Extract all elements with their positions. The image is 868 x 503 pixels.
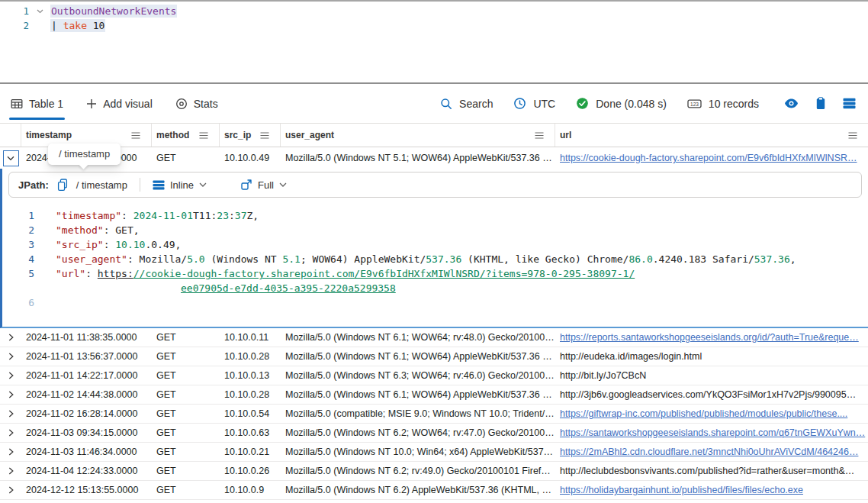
cell-method[interactable]: GET <box>152 351 220 362</box>
table-row[interactable]: 2024-11-02 14:44:38.0000GET10.10.0.28Moz… <box>0 385 868 405</box>
url-link[interactable]: https://holidaybargainhunt.io/published/… <box>560 485 803 495</box>
row-expand-icon[interactable] <box>0 467 21 475</box>
column-menu-icon[interactable] <box>535 132 544 139</box>
column-menu-icon[interactable] <box>260 132 269 139</box>
cell-url[interactable]: https://cookie-dough-factory.sharepoint.… <box>555 153 868 163</box>
row-expand-icon[interactable] <box>0 410 21 418</box>
panel-layout-icon[interactable] <box>843 98 856 109</box>
cell-src_ip[interactable]: 10.10.0.28 <box>220 351 281 362</box>
cell-timestamp[interactable]: 2024-11-01 14:22:17.0000 <box>21 370 152 381</box>
json-url-link[interactable]: ee07905d-e7dd-4035-a395-2220a5299358 <box>181 282 396 294</box>
cell-timestamp[interactable]: 2024-11-01 11:38:35.0000 <box>21 332 152 343</box>
cell-method[interactable]: GET <box>152 153 220 163</box>
cell-user_agent[interactable]: Mozilla/5.0 (Windows NT 6.1; WOW64; rv:4… <box>281 332 555 343</box>
cell-src_ip[interactable]: 10.10.0.54 <box>220 408 281 419</box>
tab-add-visual[interactable]: Add visual <box>86 84 153 123</box>
inline-dropdown[interactable]: Inline <box>153 179 207 191</box>
column-menu-icon[interactable] <box>199 132 208 139</box>
cell-timestamp[interactable]: 2024-11-02 14:44:38.0000 <box>21 389 152 400</box>
row-expand-icon[interactable] <box>0 334 21 341</box>
row-expand-icon[interactable] <box>0 372 21 379</box>
fold-chevron-icon[interactable] <box>29 9 50 14</box>
cell-url[interactable]: http://3jb6v.googleadservices.com/YkQO3F… <box>555 389 868 400</box>
column-header-method[interactable]: method <box>152 124 220 147</box>
cell-method[interactable]: GET <box>152 427 220 438</box>
row-expand-icon[interactable] <box>0 448 21 456</box>
eye-icon[interactable] <box>784 98 799 108</box>
cell-src_ip[interactable]: 10.10.0.26 <box>220 466 281 476</box>
table-row[interactable]: 2024-11-03 09:34:15.0000GET10.10.0.63Moz… <box>0 424 868 443</box>
column-menu-icon[interactable] <box>848 132 857 139</box>
cell-timestamp[interactable]: 2024-11-04 12:24:33.0000 <box>21 466 152 476</box>
cell-user_agent[interactable]: Mozilla/5.0 (Windows NT 6.2) AppleWebKit… <box>281 485 555 495</box>
cell-url[interactable]: https://reports.santaworkshopgeeseisland… <box>555 332 868 343</box>
cell-method[interactable]: GET <box>152 466 220 476</box>
cell-user_agent[interactable]: Mozilla/5.0 (Windows NT 6.3; WOW64; rv:4… <box>281 370 555 381</box>
cell-user_agent[interactable]: Mozilla/5.0 (Windows NT 6.2; WOW64; rv:4… <box>281 427 555 438</box>
cell-url[interactable]: http://bit.ly/Jo7CBcN <box>555 370 868 381</box>
row-expand-icon[interactable] <box>0 486 21 494</box>
table-row[interactable]: 2024-11-02 16:28:14.0000GET10.10.0.54Moz… <box>0 405 868 424</box>
table-row[interactable]: 2024-11-03 11:46:34.0000GET10.10.0.21Moz… <box>0 443 868 462</box>
table-row[interactable]: 2024-11-01 14:22:17.0000GET10.10.0.13Moz… <box>0 366 868 385</box>
editor-code-text[interactable]: | take 10 <box>50 20 105 31</box>
row-expand-icon[interactable] <box>0 429 21 437</box>
cell-timestamp[interactable]: 2024-11-01 13:56:37.0000 <box>21 351 152 362</box>
row-expand-icon[interactable] <box>0 353 21 360</box>
copy-icon[interactable] <box>56 179 69 192</box>
cell-timestamp[interactable]: 2024-12-12 15:13:55.0000 <box>21 485 152 495</box>
cell-url[interactable]: https://giftwrap-inc.com/published/publi… <box>555 408 868 419</box>
cell-src_ip[interactable]: 10.10.0.9 <box>220 485 281 495</box>
row-expand-icon[interactable] <box>0 391 21 398</box>
json-viewer[interactable]: 1"timestamp": 2024-11-01T11:23:37Z,2"met… <box>4 198 862 310</box>
cell-src_ip[interactable]: 10.10.0.21 <box>220 447 281 457</box>
cell-method[interactable]: GET <box>152 447 220 457</box>
query-editor[interactable]: 1OutboundNetworkEvents2| take 10 <box>0 2 868 82</box>
cell-url[interactable]: http://eudeka.id/images/login.html <box>555 351 868 362</box>
cell-method[interactable]: GET <box>152 485 220 495</box>
tab-stats[interactable]: Stats <box>175 84 218 123</box>
cell-method[interactable]: GET <box>152 332 220 343</box>
cell-user_agent[interactable]: Mozilla/5.0 (compatible; MSIE 9.0; Windo… <box>281 408 555 419</box>
cell-method[interactable]: GET <box>152 408 220 419</box>
column-header-url[interactable]: url <box>555 124 868 147</box>
table-row[interactable]: 2024-11-01 13:56:37.0000GET10.10.0.28Moz… <box>0 347 868 366</box>
url-link[interactable]: https://reports.santaworkshopgeeseisland… <box>560 332 859 343</box>
cell-user_agent[interactable]: Mozilla/5.0 (Windows NT 6.1; WOW64) Appl… <box>281 351 555 362</box>
table-row[interactable]: 2024-11-01 11:23:37.0000GET10.10.0.49Moz… <box>0 147 868 169</box>
url-link[interactable]: https://cookie-dough-factory.sharepoint.… <box>560 153 857 163</box>
cell-src_ip[interactable]: 10.10.0.28 <box>220 389 281 400</box>
table-row[interactable]: 2024-12-12 15:13:55.0000GET10.10.0.9Mozi… <box>0 481 868 500</box>
cell-user_agent[interactable]: Mozilla/5.0 (Windows NT 6.2; rv:49.0) Ge… <box>281 466 555 476</box>
timezone-toggle[interactable]: UTC <box>513 97 555 110</box>
cell-timestamp[interactable]: 2024-11-03 11:46:34.0000 <box>21 447 152 457</box>
clipboard-icon[interactable] <box>815 97 827 110</box>
table-row[interactable]: 2024-11-01 11:38:35.0000GET10.10.0.11Moz… <box>0 328 868 347</box>
column-header-src_ip[interactable]: src_ip <box>220 124 281 147</box>
cell-url[interactable]: http://leclubdesbonsvivants.com/publishe… <box>555 466 868 476</box>
json-url-link[interactable]: https: <box>98 268 133 279</box>
cell-url[interactable]: https://santaworkshopgeeseislands.sharep… <box>555 427 868 438</box>
search-button[interactable]: Search <box>440 98 493 110</box>
cell-src_ip[interactable]: 10.10.0.63 <box>220 427 281 438</box>
cell-user_agent[interactable]: Mozilla/5.0 (Windows NT 5.1; WOW64) Appl… <box>281 153 555 163</box>
url-link[interactable]: https://santaworkshopgeeseislands.sharep… <box>560 427 865 438</box>
column-menu-icon[interactable] <box>131 132 140 139</box>
cell-src_ip[interactable]: 10.10.0.49 <box>220 153 281 163</box>
editor-code-text[interactable]: OutboundNetworkEvents <box>50 5 177 17</box>
url-link[interactable]: https://giftwrap-inc.com/published/publi… <box>560 408 847 419</box>
cell-method[interactable]: GET <box>152 389 220 400</box>
cell-url[interactable]: https://holidaybargainhunt.io/published/… <box>555 485 868 495</box>
cell-method[interactable]: GET <box>152 370 220 381</box>
url-link[interactable]: https://2mABhl2.cdn.cloudflare.net/3mnct… <box>560 447 858 457</box>
cell-src_ip[interactable]: 10.10.0.11 <box>220 332 281 343</box>
table-row[interactable]: 2024-11-04 12:24:33.0000GET10.10.0.26Moz… <box>0 462 868 481</box>
cell-user_agent[interactable]: Mozilla/5.0 (Windows NT 10.0; Win64; x64… <box>281 447 555 457</box>
cell-timestamp[interactable]: 2024-11-03 09:34:15.0000 <box>21 427 152 438</box>
column-header-user_agent[interactable]: user_agent <box>281 124 555 147</box>
cell-url[interactable]: https://2mABhl2.cdn.cloudflare.net/3mnct… <box>555 447 868 457</box>
cell-user_agent[interactable]: Mozilla/5.0 (Windows NT 6.1; WOW64) Appl… <box>281 389 555 400</box>
full-dropdown[interactable]: Full <box>240 179 287 191</box>
cell-timestamp[interactable]: 2024-11-02 16:28:14.0000 <box>21 408 152 419</box>
json-url-link[interactable]: //cookie-dough-factory.sharepoint.com/E9… <box>133 268 635 279</box>
